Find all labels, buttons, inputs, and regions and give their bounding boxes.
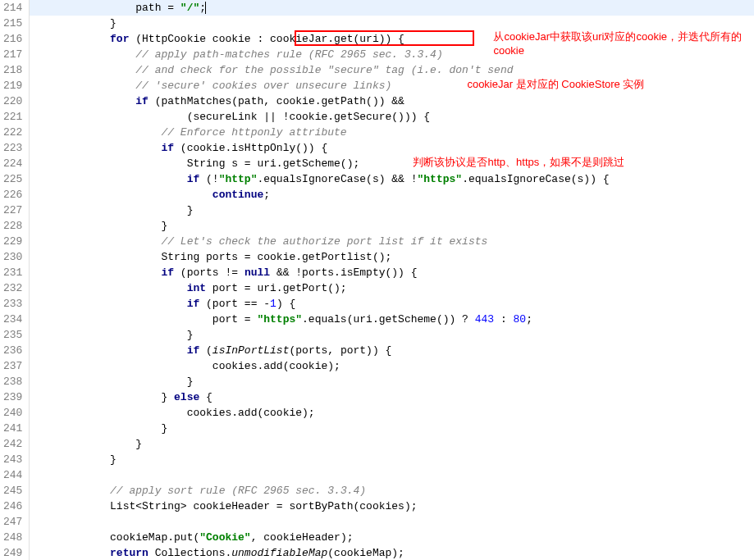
- code-line[interactable]: for (HttpCookie cookie : cookieJar.get(u…: [30, 31, 754, 47]
- line-number-gutter: 2142152162172182192202212222232242252262…: [0, 0, 30, 560]
- line-number: 240: [3, 405, 22, 421]
- line-number: 248: [3, 530, 22, 545]
- code-line[interactable]: if (cookie.isHttpOnly()) {: [30, 140, 754, 156]
- line-number: 234: [3, 312, 22, 327]
- line-number: 232: [3, 280, 22, 296]
- line-number: 227: [3, 203, 22, 218]
- line-number: 222: [3, 125, 22, 140]
- code-line[interactable]: }: [30, 374, 754, 389]
- code-line[interactable]: // 'secure' cookies over unsecure links): [30, 78, 754, 93]
- line-number: 216: [3, 31, 22, 47]
- line-number: 220: [3, 93, 22, 109]
- code-line[interactable]: // Enforce httponly attribute: [30, 125, 754, 140]
- code-line[interactable]: return Collections.unmodifiableMap(cooki…: [30, 545, 754, 560]
- code-line[interactable]: path = "/";: [30, 0, 754, 16]
- line-number: 219: [3, 78, 22, 93]
- line-number: 236: [3, 343, 22, 358]
- line-number: 245: [3, 483, 22, 499]
- code-area[interactable]: path = "/"; } for (HttpCookie cookie : c…: [30, 0, 754, 560]
- code-line[interactable]: // apply sort rule (RFC 2965 sec. 3.3.4): [30, 483, 754, 499]
- text-cursor: [205, 2, 206, 14]
- code-editor: 2142152162172182192202212222232242252262…: [0, 0, 754, 560]
- line-number: 241: [3, 421, 22, 436]
- code-line[interactable]: cookies.add(cookie);: [30, 405, 754, 421]
- line-number: 221: [3, 109, 22, 125]
- code-line[interactable]: [30, 467, 754, 483]
- code-line[interactable]: cookies.add(cookie);: [30, 358, 754, 374]
- line-number: 237: [3, 358, 22, 374]
- line-number: 223: [3, 140, 22, 156]
- code-line[interactable]: (secureLink || !cookie.getSecure())) {: [30, 109, 754, 125]
- line-number: 230: [3, 249, 22, 265]
- line-number: 242: [3, 436, 22, 452]
- code-line[interactable]: if (isInPortList(ports, port)) {: [30, 343, 754, 358]
- code-line[interactable]: String s = uri.getScheme();: [30, 156, 754, 171]
- line-number: 243: [3, 452, 22, 467]
- code-line[interactable]: if (port == -1) {: [30, 296, 754, 312]
- line-number: 215: [3, 16, 22, 31]
- line-number: 217: [3, 47, 22, 62]
- code-line[interactable]: continue;: [30, 187, 754, 203]
- code-line[interactable]: }: [30, 203, 754, 218]
- line-number: 247: [3, 514, 22, 530]
- code-line[interactable]: String ports = cookie.getPortlist();: [30, 249, 754, 265]
- code-line[interactable]: if (pathMatches(path, cookie.getPath()) …: [30, 93, 754, 109]
- line-number: 238: [3, 374, 22, 389]
- line-number: 218: [3, 62, 22, 78]
- code-line[interactable]: // and check for the possible "secure" t…: [30, 62, 754, 78]
- code-line[interactable]: } else {: [30, 389, 754, 405]
- line-number: 228: [3, 218, 22, 234]
- line-number: 229: [3, 234, 22, 249]
- code-line[interactable]: }: [30, 327, 754, 343]
- code-line[interactable]: }: [30, 218, 754, 234]
- line-number: 214: [3, 0, 22, 16]
- code-line[interactable]: int port = uri.getPort();: [30, 280, 754, 296]
- line-number: 249: [3, 545, 22, 560]
- line-number: 239: [3, 389, 22, 405]
- code-line[interactable]: if (!"http".equalsIgnoreCase(s) && !"htt…: [30, 171, 754, 187]
- line-number: 224: [3, 156, 22, 171]
- line-number: 233: [3, 296, 22, 312]
- code-line[interactable]: }: [30, 436, 754, 452]
- code-line[interactable]: }: [30, 16, 754, 31]
- line-number: 226: [3, 187, 22, 203]
- code-line[interactable]: [30, 514, 754, 530]
- code-line[interactable]: port = "https".equals(uri.getScheme()) ?…: [30, 312, 754, 327]
- code-line[interactable]: if (ports != null && !ports.isEmpty()) {: [30, 265, 754, 280]
- code-line[interactable]: }: [30, 421, 754, 436]
- line-number: 225: [3, 171, 22, 187]
- line-number: 231: [3, 265, 22, 280]
- code-line[interactable]: List<String> cookieHeader = sortByPath(c…: [30, 499, 754, 514]
- code-line[interactable]: cookieMap.put("Cookie", cookieHeader);: [30, 530, 754, 545]
- line-number: 235: [3, 327, 22, 343]
- line-number: 246: [3, 499, 22, 514]
- code-line[interactable]: // apply path-matches rule (RFC 2965 sec…: [30, 47, 754, 62]
- line-number: 244: [3, 467, 22, 483]
- code-line[interactable]: // Let's check the authorize port list i…: [30, 234, 754, 249]
- code-line[interactable]: }: [30, 452, 754, 467]
